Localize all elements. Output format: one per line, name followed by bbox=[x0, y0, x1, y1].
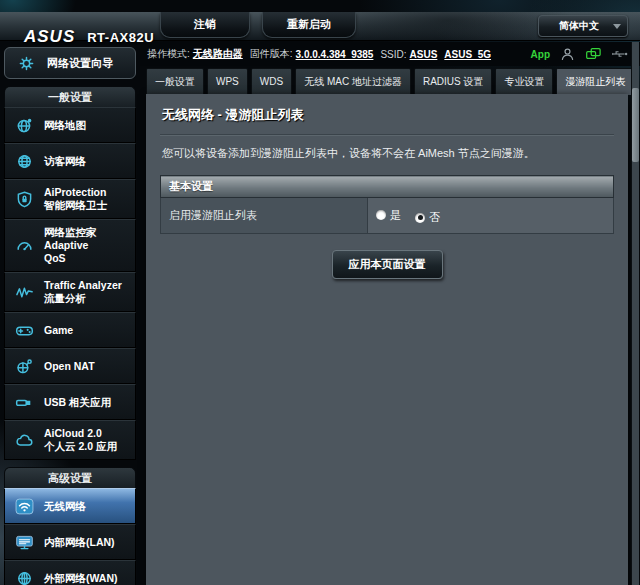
sidebar-item-guest-network[interactable]: 访客网络 bbox=[4, 143, 136, 179]
sidebar-section-header: 一般设置 bbox=[4, 86, 136, 107]
sidebar: 网络设置向导 一般设置网络地图访客网络AiProtection智能网络卫士网络监… bbox=[0, 42, 140, 585]
language-label: 简体中文 bbox=[545, 19, 613, 33]
sidebar-item-traffic-analyzer[interactable]: Traffic Analyzer流量分析 bbox=[4, 272, 136, 312]
lan-icon bbox=[10, 531, 38, 553]
sidebar-item-label: Traffic Analyzer流量分析 bbox=[44, 279, 122, 305]
sidebar-item-label: USB 相关应用 bbox=[44, 396, 111, 409]
tab-professional[interactable]: 专业设置 bbox=[495, 68, 553, 95]
tab-bar: 一般设置WPSWDS无线 MAC 地址过滤器RADIUS 设置专业设置漫游阻止列… bbox=[146, 68, 628, 94]
content-panel: 无线网络 - 漫游阻止列表 您可以将设备添加到漫游阻止列表中，设备将不会在 Ai… bbox=[146, 94, 628, 585]
game-icon bbox=[10, 319, 38, 341]
enable-roaming-block-label: 启用漫游阻止列表 bbox=[161, 198, 368, 234]
usb-icon bbox=[10, 391, 38, 413]
sidebar-item-label: Game bbox=[44, 324, 73, 337]
sidebar-item-label: 外部网络(WAN) bbox=[44, 572, 118, 585]
app-link[interactable]: App bbox=[531, 49, 550, 60]
sidebar-item-label: Open NAT bbox=[44, 360, 95, 373]
tab-radius[interactable]: RADIUS 设置 bbox=[414, 68, 493, 95]
basic-settings-table: 基本设置 启用漫游阻止列表 是否 bbox=[160, 175, 614, 234]
tab-wds[interactable]: WDS bbox=[251, 68, 292, 95]
sidebar-item-label: 访客网络 bbox=[44, 155, 86, 168]
open-nat-icon bbox=[10, 355, 38, 377]
clients-icon[interactable] bbox=[559, 46, 576, 62]
scrollbar-thumb[interactable] bbox=[632, 88, 639, 162]
cloud-icon bbox=[10, 429, 38, 451]
radio-yes-icon[interactable] bbox=[376, 210, 386, 220]
traffic-icon bbox=[10, 281, 38, 303]
aimesh-icon[interactable] bbox=[585, 46, 602, 62]
sidebar-item-wireless[interactable]: 无线网络 bbox=[4, 488, 136, 524]
tab-general[interactable]: 一般设置 bbox=[146, 68, 204, 95]
radio-yes[interactable]: 是 bbox=[376, 208, 401, 223]
sidebar-item-aiprotection[interactable]: AiProtection智能网络卫士 bbox=[4, 179, 136, 219]
table-row: 启用漫游阻止列表 是否 bbox=[161, 198, 614, 234]
wizard-label: 网络设置向导 bbox=[47, 56, 113, 71]
radio-no-label: 否 bbox=[429, 210, 440, 225]
sidebar-item-quick-setup-wizard[interactable]: 网络设置向导 bbox=[4, 47, 136, 79]
sidebar-item-label: 网络监控家 AdaptiveQoS bbox=[44, 226, 130, 265]
network-map-icon bbox=[10, 114, 38, 136]
language-select[interactable]: 简体中文 bbox=[538, 15, 628, 37]
wan-icon bbox=[10, 567, 38, 585]
shield-icon bbox=[10, 188, 38, 210]
sidebar-item-label: 无线网络 bbox=[44, 500, 86, 513]
sidebar-item-usb-app[interactable]: USB 相关应用 bbox=[4, 384, 136, 420]
gauge-icon bbox=[10, 235, 38, 257]
radio-yes-label: 是 bbox=[390, 208, 401, 223]
ssid-label: SSID: bbox=[380, 49, 406, 60]
sidebar-item-label: AiProtection智能网络卫士 bbox=[44, 186, 107, 212]
radio-no-icon[interactable] bbox=[415, 213, 425, 223]
wireless-icon bbox=[10, 495, 38, 517]
usb-plug-icon[interactable] bbox=[611, 46, 628, 62]
firmware-label: 固件版本: bbox=[250, 47, 293, 61]
sidebar-item-wan[interactable]: 外部网络(WAN) bbox=[4, 560, 136, 585]
sidebar-item-aicloud[interactable]: AiCloud 2.0个人云 2.0 应用 bbox=[4, 420, 136, 460]
status-bar: 操作模式: 无线路由器 固件版本: 3.0.0.4.384_9385 SSID:… bbox=[140, 42, 640, 66]
firmware-link[interactable]: 3.0.0.4.384_9385 bbox=[296, 49, 374, 60]
sidebar-item-network-map[interactable]: 网络地图 bbox=[4, 107, 136, 143]
sidebar-section-header: 高级设置 bbox=[4, 467, 136, 488]
tab-mac-filter[interactable]: 无线 MAC 地址过滤器 bbox=[295, 68, 411, 95]
sidebar-item-game[interactable]: Game bbox=[4, 312, 136, 348]
sidebar-item-adaptive-qos[interactable]: 网络监控家 AdaptiveQoS bbox=[4, 219, 136, 272]
reboot-button[interactable]: 重新启动 bbox=[262, 12, 356, 38]
guest-network-icon bbox=[10, 150, 38, 172]
tab-roaming-block-list[interactable]: 漫游阻止列表 bbox=[556, 68, 634, 95]
page-description: 您可以将设备添加到漫游阻止列表中，设备将不会在 AiMesh 节点之间漫游。 bbox=[160, 135, 614, 175]
mode-label: 操作模式: bbox=[147, 47, 190, 61]
page-title: 无线网络 - 漫游阻止列表 bbox=[160, 94, 614, 135]
sidebar-gap bbox=[0, 79, 140, 86]
ssid-5-link[interactable]: ASUS_5G bbox=[444, 49, 491, 60]
sidebar-item-label: 网络地图 bbox=[44, 119, 86, 132]
tab-wps[interactable]: WPS bbox=[207, 68, 248, 95]
sidebar-gap bbox=[0, 460, 140, 467]
table-section-header: 基本设置 bbox=[161, 176, 614, 198]
radio-no[interactable]: 否 bbox=[415, 210, 440, 225]
logout-button[interactable]: 注销 bbox=[160, 12, 250, 38]
sidebar-item-lan[interactable]: 内部网络(LAN) bbox=[4, 524, 136, 560]
sidebar-item-label: AiCloud 2.0个人云 2.0 应用 bbox=[44, 427, 117, 453]
apply-button[interactable]: 应用本页面设置 bbox=[332, 250, 443, 279]
wizard-icon bbox=[12, 52, 40, 74]
ssid-24-link[interactable]: ASUS bbox=[410, 49, 438, 60]
mode-link[interactable]: 无线路由器 bbox=[193, 47, 243, 61]
radio-group: 是否 bbox=[368, 198, 614, 234]
sidebar-item-open-nat[interactable]: Open NAT bbox=[4, 348, 136, 384]
sidebar-sections: 一般设置网络地图访客网络AiProtection智能网络卫士网络监控家 Adap… bbox=[0, 79, 140, 585]
chevron-down-icon bbox=[613, 24, 621, 29]
sidebar-item-label: 内部网络(LAN) bbox=[44, 536, 115, 549]
